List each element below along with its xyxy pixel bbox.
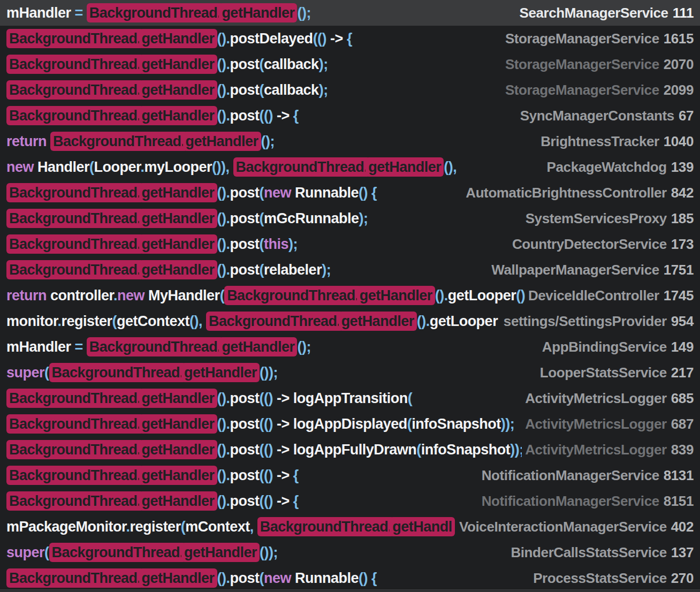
code-token: -> logAppFullyDrawn <box>273 442 416 458</box>
code-snippet: super(BackgroundThread.getHandler()); <box>6 540 507 565</box>
punctuation-token: ()); <box>260 544 278 560</box>
code-token: register <box>130 519 181 535</box>
punctuation-token: ()); <box>260 365 278 381</box>
result-row[interactable]: return BackgroundThread.getHandler();Bri… <box>0 128 700 154</box>
result-row[interactable]: BackgroundThread.getHandler().postDelaye… <box>0 26 700 51</box>
code-token: -> <box>273 467 293 483</box>
punctuation-token: { <box>347 31 352 47</box>
code-snippet: mHandler = BackgroundThread.getHandler()… <box>6 0 516 26</box>
line-number: 137 <box>671 544 694 560</box>
file-location: AutomaticBrightnessController842 <box>466 185 694 201</box>
code-token: post <box>230 185 260 201</box>
result-row[interactable]: BackgroundThread.getHandler().post(() ->… <box>0 488 700 514</box>
match-highlight: BackgroundThread. <box>49 543 187 562</box>
file-name: NotificationManagerService <box>482 467 659 483</box>
match-highlight: getHandler <box>339 312 417 331</box>
match-highlight: BackgroundThread. <box>6 55 144 74</box>
match-highlight: getHandler <box>139 80 217 100</box>
code-token: Handler <box>37 159 89 175</box>
result-row[interactable]: BackgroundThread.getHandler().post(new R… <box>0 565 700 591</box>
match-highlight: getHandler <box>139 414 217 434</box>
code-snippet: BackgroundThread.getHandler().post(() ->… <box>6 488 478 514</box>
code-snippet: BackgroundThread.getHandler().post(this)… <box>6 231 509 257</box>
file-location: SearchManagerService111 <box>520 5 694 21</box>
code-token: MyHandler <box>148 287 220 303</box>
result-row[interactable]: BackgroundThread.getHandler().post(() ->… <box>0 462 700 488</box>
file-name: StorageManagerService <box>505 31 659 47</box>
line-number: 687 <box>671 416 694 432</box>
punctuation-token: (), <box>189 313 206 329</box>
punctuation-token: (); <box>261 133 275 149</box>
result-row[interactable]: BackgroundThread.getHandler().post(callb… <box>0 51 700 77</box>
result-row[interactable]: mHandler = BackgroundThread.getHandler()… <box>0 0 700 26</box>
result-row[interactable]: BackgroundThread.getHandler().post(mGcRu… <box>0 206 700 231</box>
punctuation-token: , <box>250 519 257 535</box>
code-token: post <box>230 262 260 278</box>
punctuation-token: ( <box>416 442 421 458</box>
code-snippet: BackgroundThread.getHandler().post(new R… <box>6 565 530 591</box>
keyword-token: super <box>6 365 44 381</box>
punctuation-token: ); <box>288 236 298 252</box>
match-highlight: getHandler <box>219 3 297 22</box>
result-row[interactable]: BackgroundThread.getHandler().post(this)… <box>0 231 700 257</box>
result-row[interactable]: return controller.new MyHandler(Backgrou… <box>0 283 700 308</box>
result-row[interactable]: BackgroundThread.getHandler().post(new R… <box>0 180 700 206</box>
panel-bottom-edge <box>0 588 700 592</box>
result-row[interactable]: BackgroundThread.getHandler().post(() ->… <box>0 437 700 462</box>
punctuation-token: (() <box>260 390 273 406</box>
code-snippet: BackgroundThread.getHandler().post(relab… <box>6 257 488 283</box>
code-token: -> <box>273 108 293 124</box>
file-location: SystemServicesProxy185 <box>526 210 694 227</box>
file-name: ActivityMetricsLogger <box>525 442 667 458</box>
result-row[interactable]: super(BackgroundThread.getHandler());Loo… <box>0 360 700 385</box>
file-name: PackageWatchdog <box>547 159 667 175</box>
result-row[interactable]: BackgroundThread.getHandler().post(() ->… <box>0 411 700 437</box>
punctuation-token: (() <box>260 493 273 509</box>
file-name: AutomaticBrightnessController <box>466 185 667 201</box>
punctuation-token: (() <box>260 467 273 483</box>
file-location: ProcessStatsService270 <box>533 570 694 587</box>
result-row[interactable]: monitor.register(getContext(), Backgroun… <box>0 308 700 334</box>
code-token: post <box>230 210 260 226</box>
match-highlight: BackgroundThread. <box>6 389 144 408</box>
punctuation-token: (). <box>217 56 230 72</box>
code-token: getLooper <box>448 287 516 303</box>
result-row[interactable]: BackgroundThread.getHandler().post(() ->… <box>0 103 700 128</box>
punctuation-token: (). <box>217 442 230 458</box>
file-name: ProcessStatsService <box>533 570 667 586</box>
code-token: post <box>230 390 260 406</box>
result-row[interactable]: mHandler = BackgroundThread.getHandler()… <box>0 334 700 360</box>
file-name: StorageManagerService <box>505 56 659 72</box>
match-highlight: BackgroundThread. <box>6 29 144 48</box>
punctuation-token: ( <box>408 390 413 406</box>
file-name: LooperStatsService <box>540 365 667 381</box>
line-number: 185 <box>671 210 694 226</box>
punctuation-token: (); <box>297 339 310 355</box>
code-token: -> <box>273 493 293 509</box>
result-row[interactable]: super(BackgroundThread.getHandler());Bin… <box>0 540 700 565</box>
punctuation-token: (); <box>297 5 310 21</box>
file-location: PackageWatchdog139 <box>547 159 694 176</box>
punctuation-token: ( <box>260 185 264 201</box>
code-snippet: BackgroundThread.getHandler().post(() ->… <box>6 385 522 411</box>
result-row[interactable]: mPackageMonitor.register(mContext, Backg… <box>0 514 700 540</box>
file-location: WallpaperManagerService1751 <box>491 262 694 278</box>
match-highlight: getHandler <box>219 337 297 356</box>
result-row[interactable]: new Handler(Looper.myLooper()), Backgrou… <box>0 154 700 180</box>
punctuation-token: = <box>75 339 87 355</box>
line-number: 149 <box>671 339 694 355</box>
punctuation-token: (). <box>217 210 230 226</box>
line-number: 173 <box>671 236 694 252</box>
code-token: getLooper <box>430 313 498 329</box>
punctuation-token: (). <box>217 467 230 483</box>
result-row[interactable]: BackgroundThread.getHandler().post(() ->… <box>0 385 700 411</box>
result-row[interactable]: BackgroundThread.getHandler().post(callb… <box>0 77 700 103</box>
result-row[interactable]: BackgroundThread.getHandler().post(relab… <box>0 257 700 283</box>
match-highlight: BackgroundThread. <box>6 209 144 228</box>
punctuation-token: (), <box>444 159 456 175</box>
punctuation-token: ); <box>359 210 368 226</box>
code-token: monitor <box>6 313 58 329</box>
match-highlight: getHandler <box>181 363 260 382</box>
file-name: ActivityMetricsLogger <box>525 416 667 432</box>
file-location: CountryDetectorService173 <box>512 236 694 253</box>
